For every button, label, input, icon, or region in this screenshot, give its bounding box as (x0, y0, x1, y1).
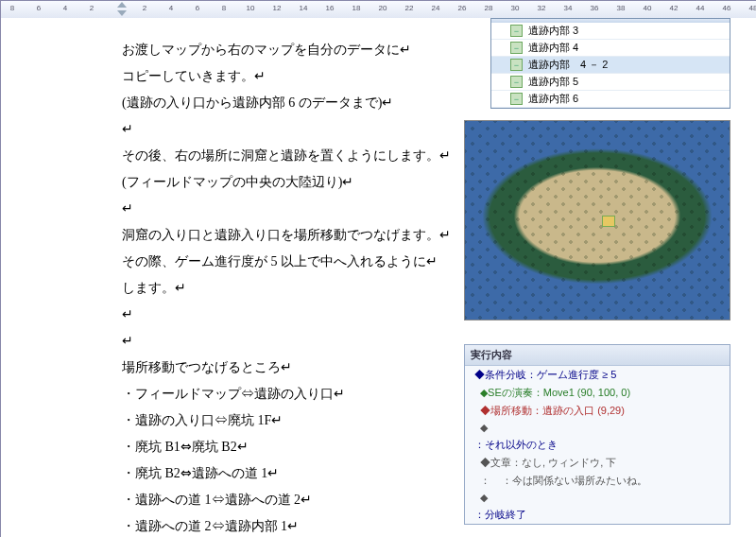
map-marker-cave (602, 216, 615, 227)
ruler-tick: 48 (747, 4, 756, 12)
ruler-tick: 6 (33, 4, 44, 12)
ruler-tick: 18 (351, 4, 362, 12)
para[interactable]: ・廃坑 B2⇔遺跡への道 1↵ (122, 460, 473, 487)
map-tree-item[interactable]: −遺跡内部 4 (491, 40, 730, 57)
ruler-tick: 22 (404, 4, 415, 12)
tree-collapse-icon[interactable]: − (510, 93, 523, 105)
ruler-tick: 6 (192, 4, 203, 12)
para: ↵ (122, 328, 473, 355)
ruler-tick: 20 (377, 4, 388, 12)
para[interactable]: します。↵ (122, 275, 473, 302)
para[interactable]: その際、ゲーム進行度が 5 以上で中へ入れるように↵ (122, 249, 473, 275)
para[interactable]: 洞窟の入り口と遺跡入り口を場所移動でつなげます。↵ (122, 222, 473, 249)
tree-collapse-icon[interactable]: − (510, 76, 523, 88)
ruler-tick: 38 (615, 4, 627, 12)
ruler-tick: 28 (483, 4, 494, 12)
para: ↵ (122, 196, 473, 222)
para: ↵ (122, 116, 473, 143)
tree-collapse-icon[interactable]: − (510, 25, 523, 37)
word-editor-window: 8642246810121416182022242628303234363840… (0, 0, 756, 537)
para[interactable]: ・遺跡への道 2⇔遺跡内部 1↵ (122, 513, 473, 537)
map-tree-item[interactable]: −遺跡内部 5 (491, 74, 730, 91)
horizontal-ruler: 8642246810121416182022242628303234363840… (1, 1, 756, 19)
tree-collapse-icon[interactable]: − (510, 59, 523, 71)
ruler-tick: 4 (60, 4, 71, 12)
ruler-tick: 14 (298, 4, 309, 12)
para[interactable]: ・廃坑 B1⇔廃坑 B2↵ (122, 434, 473, 460)
ruler-tick: 42 (668, 4, 679, 12)
map-tree-label: 遺跡内部 4 (528, 41, 578, 55)
para[interactable]: (遺跡の入り口から遺跡内部 6 のデータまで)↵ (122, 90, 473, 116)
para[interactable]: ・フィールドマップ⇔遺跡の入り口↵ (122, 381, 473, 407)
event-line[interactable]: ◆ (465, 490, 730, 506)
document-body[interactable]: お渡しマップから右のマップを自分のデータに↵ コピーしていきます。↵ (遺跡の入… (122, 37, 473, 537)
ruler-tick: 4 (165, 4, 177, 12)
tree-collapse-icon[interactable]: − (510, 42, 523, 54)
ruler-tick: 30 (509, 4, 521, 12)
para[interactable]: ・遺跡の入り口⇔廃坑 1F↵ (122, 407, 473, 434)
map-tree-item[interactable]: −遺跡内部 4 － 2 (491, 57, 730, 74)
ruler-tick: 36 (589, 4, 600, 12)
ruler-tick: 16 (324, 4, 335, 12)
event-line[interactable]: ：それ以外のとき (465, 436, 730, 454)
map-tree-label: 遺跡内部 6 (528, 92, 578, 106)
ruler-tick: 10 (245, 4, 256, 12)
para[interactable]: その後、右の場所に洞窟と遺跡を置くようにします。↵ (122, 143, 473, 169)
para: ↵ (122, 302, 473, 328)
ruler-tick: 40 (642, 4, 653, 12)
map-tree-panel[interactable]: −遺跡内部 3−遺跡内部 4−遺跡内部 4 － 2−遺跡内部 5−遺跡内部 6 (490, 18, 730, 109)
para[interactable]: コピーしていきます。↵ (122, 63, 473, 90)
event-line[interactable]: ：分岐終了 (465, 506, 730, 524)
ruler-tick: 8 (218, 4, 230, 12)
map-tree-label: 遺跡内部 4 － 2 (528, 58, 608, 72)
document-page: お渡しマップから右のマップを自分のデータに↵ コピーしていきます。↵ (遺跡の入… (1, 18, 756, 537)
ruler-tick: 26 (456, 4, 468, 12)
ruler-tick: 32 (536, 4, 547, 12)
ruler-tick: 12 (271, 4, 283, 12)
ruler-tick: 2 (86, 4, 97, 12)
event-line[interactable]: ◆文章：なし, ウィンドウ, 下 (465, 454, 730, 472)
ruler-tick: 44 (695, 4, 706, 12)
para[interactable]: お渡しマップから右のマップを自分のデータに↵ (122, 37, 473, 63)
map-tree-item[interactable]: −遺跡内部 3 (491, 23, 730, 40)
map-tree-label: 遺跡内部 3 (528, 24, 578, 38)
indent-marker[interactable] (117, 1, 126, 16)
event-line[interactable]: ◆条件分岐：ゲーム進行度 ≥ 5 (465, 366, 730, 384)
event-contents-panel[interactable]: 実行内容 ◆条件分岐：ゲーム進行度 ≥ 5 ◆SEの演奏：Move1 (90, … (464, 344, 730, 525)
ruler-tick: 46 (721, 4, 732, 12)
para[interactable]: ・遺跡への道 1⇔遺跡への道 2↵ (122, 487, 473, 513)
event-line[interactable]: ◆場所移動：遺跡の入口 (9,29) (465, 402, 730, 420)
para[interactable]: (フィールドマップの中央の大陸辺り)↵ (122, 169, 473, 196)
ruler-tick: 24 (430, 4, 441, 12)
ruler-tick: 34 (562, 4, 574, 12)
para[interactable]: 場所移動でつなげるところ↵ (122, 355, 473, 381)
event-line[interactable]: ： ：今は関係ない場所みたいね。 (465, 472, 730, 490)
event-line[interactable]: ◆SEの演奏：Move1 (90, 100, 0) (465, 384, 730, 402)
map-tree-label: 遺跡内部 5 (528, 75, 578, 89)
map-texture (465, 121, 730, 320)
event-panel-title: 実行内容 (465, 345, 730, 366)
event-line[interactable]: ◆ (465, 420, 730, 436)
map-tree-item[interactable]: −遺跡内部 6 (491, 91, 730, 108)
ruler-tick: 8 (7, 4, 18, 12)
field-map-preview (464, 120, 730, 320)
ruler-tick: 2 (139, 4, 150, 12)
